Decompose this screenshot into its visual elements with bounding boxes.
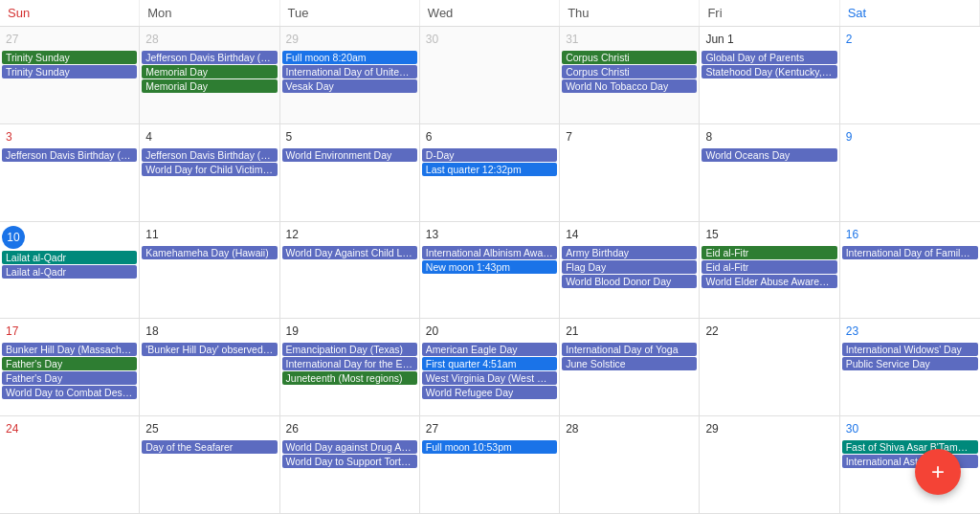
day-number: 20 (422, 323, 442, 340)
day-cell[interactable]: 17Bunker Hill Day (MassachusettFather's … (0, 319, 140, 416)
event[interactable]: Full moon 10:53pm (422, 440, 557, 454)
day-cell[interactable]: 30 (420, 27, 560, 124)
event[interactable]: International Albinism Awarene (422, 246, 557, 259)
day-cell[interactable]: 9 (840, 124, 980, 222)
event[interactable]: Jefferson Davis Birthday (Flori (2, 148, 137, 162)
day-number: 29 (282, 31, 302, 48)
day-number: 26 (282, 420, 302, 437)
event[interactable]: June Solstice (562, 357, 697, 370)
event[interactable]: World Day to Support Torture V (282, 455, 417, 468)
day-number: 31 (562, 31, 582, 48)
day-cell[interactable]: 28 (560, 416, 700, 514)
day-cell[interactable]: 7 (560, 124, 700, 222)
event[interactable]: First quarter 4:51am (422, 357, 557, 370)
day-cell[interactable]: 2 (840, 27, 980, 124)
event[interactable]: West Virginia Day (West Virgin (422, 371, 557, 385)
event[interactable]: World Elder Abuse Awareness (702, 275, 836, 288)
event[interactable]: World Oceans Day (702, 148, 836, 162)
day-cell[interactable]: 19Emancipation Day (Texas)International … (280, 319, 420, 416)
day-cell[interactable]: 15Eid al-FitrEid al-FitrWorld Elder Abus… (700, 222, 839, 320)
day-cell[interactable]: 12World Day Against Child Labou (280, 222, 420, 320)
event[interactable]: World Day for Child Victims of (142, 163, 277, 176)
day-number: 10 (2, 226, 25, 249)
day-cell[interactable]: 27Trinity SundayTrinity Sunday (0, 27, 140, 124)
day-number: 8 (702, 128, 716, 145)
event[interactable]: International Day of Family Re (842, 246, 978, 259)
day-number: 17 (2, 323, 22, 340)
day-cell[interactable]: 20American Eagle DayFirst quarter 4:51am… (420, 319, 560, 416)
day-cell[interactable]: 16International Day of Family Re (840, 222, 980, 320)
event[interactable]: World Environment Day (282, 148, 417, 162)
day-cell[interactable]: 5World Environment Day (280, 124, 420, 222)
calendar-grid: 27Trinity SundayTrinity Sunday28Jefferso… (0, 27, 980, 514)
event[interactable]: Statehood Day (Kentucky, Tenn (702, 65, 836, 78)
day-cell[interactable]: 21International Day of YogaJune Solstice (560, 319, 700, 416)
day-cell[interactable]: 29Full moon 8:20amInternational Day of U… (280, 27, 420, 124)
event[interactable]: Lailat al-Qadr (2, 251, 137, 264)
event[interactable]: Trinity Sunday (2, 51, 137, 64)
event[interactable]: World No Tobacco Day (562, 79, 697, 93)
day-cell[interactable]: 3Jefferson Davis Birthday (Flori (0, 124, 140, 222)
event[interactable]: World Day to Combat Desertific (2, 386, 137, 399)
event[interactable]: Kamehameha Day (Hawaii) (142, 246, 277, 259)
day-cell[interactable]: 11Kamehameha Day (Hawaii) (140, 222, 279, 320)
event[interactable]: Fast of Shiva Asar B'Tammuz (842, 440, 978, 454)
event[interactable]: Day of the Seafarer (142, 440, 277, 454)
event[interactable]: Memorial Day (142, 79, 277, 93)
day-cell[interactable]: 29 (700, 416, 839, 514)
event[interactable]: International Day for the Elimir (282, 357, 417, 370)
event[interactable]: International Widows' Day (842, 343, 978, 356)
event[interactable]: Global Day of Parents (702, 51, 836, 64)
event[interactable]: Emancipation Day (Texas) (282, 343, 417, 356)
day-cell[interactable]: 28Jefferson Davis Birthday (MissMemorial… (140, 27, 279, 124)
event[interactable]: D-Day (422, 148, 557, 162)
day-cell[interactable]: 14Army BirthdayFlag DayWorld Blood Donor… (560, 222, 700, 320)
event[interactable]: 'Bunker Hill Day' observed (Ma (142, 343, 277, 356)
event[interactable]: World Day Against Child Labou (282, 246, 417, 259)
day-headers: SunMonTueWedThuFriSat (0, 0, 980, 27)
event[interactable]: Eid al-Fitr (702, 260, 836, 274)
event[interactable]: Jefferson Davis Birthday (Alab (142, 148, 277, 162)
day-cell[interactable]: 18'Bunker Hill Day' observed (Ma (140, 319, 279, 416)
event[interactable]: Last quarter 12:32pm (422, 163, 557, 176)
event[interactable]: World Day against Drug Abuse (282, 440, 417, 454)
event[interactable]: Bunker Hill Day (Massachusett (2, 343, 137, 356)
event[interactable]: Lailat al-Qadr (2, 265, 137, 279)
day-cell[interactable]: 31Corpus ChristiCorpus ChristiWorld No T… (560, 27, 700, 124)
event[interactable]: Father's Day (2, 357, 137, 370)
add-event-button[interactable]: + (915, 449, 961, 495)
event[interactable]: Juneteenth (Most regions) (282, 371, 417, 385)
day-cell[interactable]: 26World Day against Drug AbuseWorld Day … (280, 416, 420, 514)
day-cell[interactable]: 4Jefferson Davis Birthday (AlabWorld Day… (140, 124, 279, 222)
day-cell[interactable]: 25Day of the Seafarer (140, 416, 279, 514)
day-cell[interactable]: 10Lailat al-QadrLailat al-Qadr (0, 222, 140, 320)
event[interactable]: Trinity Sunday (2, 65, 137, 78)
day-cell[interactable]: 13International Albinism AwareneNew moon… (420, 222, 560, 320)
event[interactable]: Eid al-Fitr (702, 246, 836, 259)
event[interactable]: World Refugee Day (422, 386, 557, 399)
day-cell[interactable]: 22 (700, 319, 839, 416)
event[interactable]: Full moon 8:20am (282, 51, 417, 64)
day-cell[interactable]: 6D-DayLast quarter 12:32pm (420, 124, 560, 222)
event[interactable]: New moon 1:43pm (422, 260, 557, 274)
event[interactable]: Memorial Day (142, 65, 277, 78)
event[interactable]: Flag Day (562, 260, 697, 274)
day-cell[interactable]: 24 (0, 416, 140, 514)
day-number: 12 (282, 226, 302, 243)
event[interactable]: International Day of United Na (282, 65, 417, 78)
event[interactable]: Jefferson Davis Birthday (Miss (142, 51, 277, 64)
event[interactable]: World Blood Donor Day (562, 275, 697, 288)
day-cell[interactable]: 27Full moon 10:53pm (420, 416, 560, 514)
event[interactable]: Corpus Christi (562, 51, 697, 64)
day-number: 22 (702, 323, 722, 340)
event[interactable]: Vesak Day (282, 79, 417, 93)
day-cell[interactable]: 23International Widows' DayPublic Servic… (840, 319, 980, 416)
day-cell[interactable]: Jun 1Global Day of ParentsStatehood Day … (700, 27, 839, 124)
event[interactable]: International Day of Yoga (562, 343, 697, 356)
event[interactable]: Army Birthday (562, 246, 697, 259)
event[interactable]: American Eagle Day (422, 343, 557, 356)
event[interactable]: Corpus Christi (562, 65, 697, 78)
day-cell[interactable]: 8World Oceans Day (700, 124, 839, 222)
event[interactable]: Father's Day (2, 371, 137, 385)
event[interactable]: Public Service Day (842, 357, 978, 370)
